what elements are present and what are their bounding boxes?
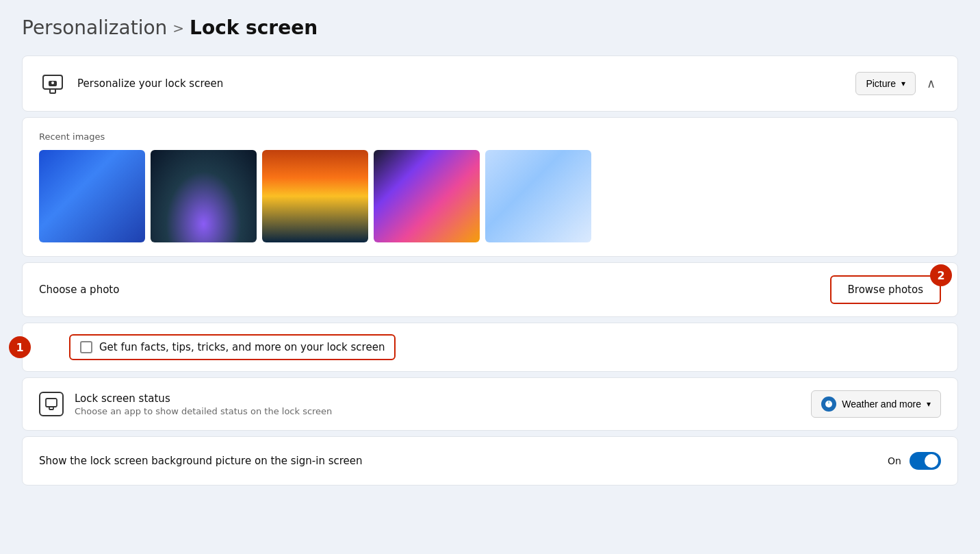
thumbnail-4[interactable]	[374, 150, 480, 242]
weather-dropdown[interactable]: Weather and more ▾	[811, 390, 941, 418]
choose-photo-card: Choose a photo Browse photos 2	[22, 262, 958, 317]
breadcrumb-parent[interactable]: Personalization	[22, 16, 167, 39]
svg-rect-4	[46, 399, 57, 407]
fun-facts-checkbox-row[interactable]: Get fun facts, tips, tricks, and more on…	[69, 334, 396, 360]
collapse-button[interactable]: ∧	[921, 73, 941, 94]
annotation-badge-2: 2	[930, 264, 952, 286]
thumbnail-1[interactable]	[39, 150, 145, 242]
annotation-badge-1: 1	[9, 336, 31, 358]
thumbnail-3[interactable]	[262, 150, 368, 242]
sign-in-screen-label: Show the lock screen background picture …	[39, 455, 363, 467]
personalize-card: Personalize your lock screen Picture ▾ ∧	[22, 55, 958, 112]
thumbnail-5[interactable]	[485, 150, 591, 242]
lock-screen-status-title: Lock screen status	[75, 392, 332, 405]
svg-rect-5	[49, 407, 53, 410]
sign-in-screen-card: Show the lock screen background picture …	[22, 436, 958, 486]
recent-images-label: Recent images	[39, 131, 941, 142]
fun-facts-card: 1 Get fun facts, tips, tricks, and more …	[22, 323, 958, 372]
sign-in-toggle[interactable]	[910, 452, 941, 470]
thumbnail-2[interactable]	[151, 150, 257, 242]
choose-photo-label: Choose a photo	[39, 284, 119, 296]
fun-facts-checkbox[interactable]	[80, 341, 92, 353]
browse-photos-button[interactable]: Browse photos 2	[830, 275, 941, 304]
lock-screen-icon	[39, 70, 66, 97]
page-title: Lock screen	[190, 16, 318, 39]
images-row	[39, 150, 941, 242]
svg-point-3	[51, 81, 54, 84]
lock-screen-status-card: Lock screen status Choose an app to show…	[22, 377, 958, 431]
picture-dropdown[interactable]: Picture ▾	[855, 72, 916, 95]
recent-images-card: Recent images	[22, 117, 958, 257]
lock-status-icon	[39, 392, 64, 416]
chevron-down-icon: ▾	[927, 399, 931, 409]
breadcrumb: Personalization > Lock screen	[22, 16, 958, 39]
lock-screen-status-subtitle: Choose an app to show detailed status on…	[75, 406, 332, 416]
toggle-on-label: On	[888, 455, 901, 466]
chevron-down-icon: ▾	[901, 79, 905, 88]
toggle-knob	[925, 454, 938, 468]
fun-facts-label: Get fun facts, tips, tricks, and more on…	[99, 341, 385, 353]
personalize-title: Personalize your lock screen	[77, 77, 223, 90]
breadcrumb-separator: >	[172, 20, 184, 36]
svg-rect-1	[50, 89, 55, 93]
weather-icon	[821, 396, 836, 412]
